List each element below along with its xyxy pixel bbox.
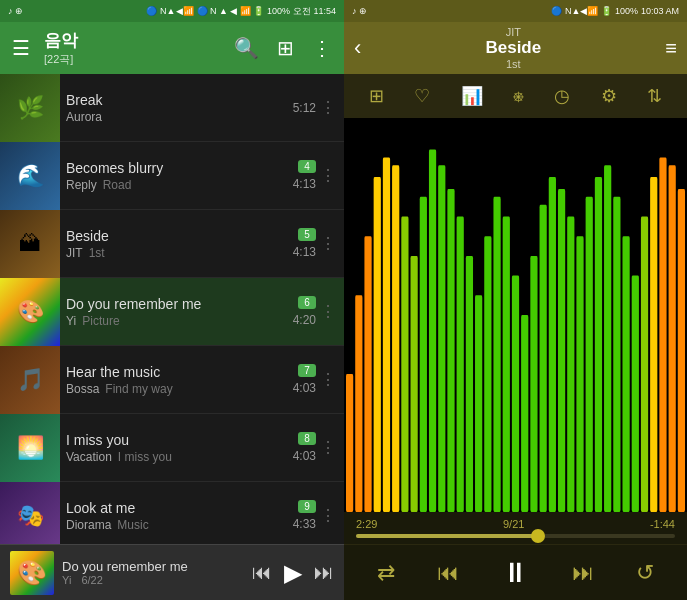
svg-rect-24 [567,217,574,513]
song-more-6[interactable]: ⋮ [316,434,340,461]
song-duration-1: 5:12 [293,101,316,115]
right-menu-button[interactable]: ≡ [657,33,677,64]
more-icon[interactable]: ⋮ [308,32,336,64]
mini-prev-button[interactable]: ⏮ [252,561,272,584]
song-meta-4: YiPicture [66,314,265,328]
song-item-3[interactable]: 🏔BesideJIT1st54:13⋮ [0,210,344,278]
grid-icon[interactable]: ⊞ [273,32,298,64]
song-list[interactable]: 🌿BreakAurora5:12⋮🌊Becomes blurryReplyRoa… [0,74,344,544]
svg-rect-16 [493,197,500,512]
bluetooth-icon: 🔵 [146,6,157,16]
song-name-5: Hear the music [66,364,265,380]
song-artist-5: Bossa [66,382,99,396]
menu-icon[interactable]: ☰ [8,32,34,64]
progress-area: 2:29 9/21 -1:44 [344,512,687,544]
song-badge-6: 8 [298,432,316,445]
song-badge-5: 7 [298,364,316,377]
prev-button[interactable]: ⏮ [437,560,459,586]
progress-times: 2:29 9/21 -1:44 [356,518,675,530]
status-bar-right: ♪ ⊕ 🔵 N▲◀📶 🔋 100% 10:03 AM [344,0,687,22]
remaining-time: -1:44 [650,518,675,530]
right-status-right: 🔵 N▲◀📶 🔋 100% 10:03 AM [551,6,679,16]
clock-icon[interactable]: ◷ [548,79,576,113]
song-name-7: Look at me [66,500,265,516]
svg-rect-19 [521,315,528,512]
top-bar-left: ☰ 음악 [22곡] 🔍 ⊞ ⋮ [0,22,344,74]
progress-fill [356,534,538,538]
song-more-5[interactable]: ⋮ [316,366,340,393]
shuffle-button[interactable]: ⇄ [377,560,395,586]
progress-thumb[interactable] [531,529,545,543]
cast-icon[interactable]: ⎈ [507,80,530,113]
song-item-6[interactable]: 🌅I miss youVacationI miss you84:03⋮ [0,414,344,482]
heart-icon[interactable]: ♡ [408,79,436,113]
song-name-1: Break [66,92,265,108]
mini-player-title: Do you remember me [62,559,244,574]
svg-rect-14 [475,295,482,512]
song-right-4: 64:20 [271,296,316,327]
right-time: 10:03 AM [641,6,679,16]
mini-play-button[interactable]: ▶ [284,559,302,587]
equalizer-chart-icon[interactable]: 📊 [455,79,489,113]
mini-next-button[interactable]: ⏭ [314,561,334,584]
svg-rect-21 [540,205,547,512]
song-more-7[interactable]: ⋮ [316,502,340,529]
repeat-button[interactable]: ↺ [636,560,654,586]
song-artist-2: Reply [66,178,97,192]
np-album: 1st [369,58,657,70]
song-more-1[interactable]: ⋮ [316,94,340,121]
song-duration-2: 4:13 [293,177,316,191]
song-item-2[interactable]: 🌊Becomes blurryReplyRoad44:13⋮ [0,142,344,210]
next-button[interactable]: ⏭ [572,560,594,586]
song-meta-6: VacationI miss you [66,450,265,464]
progress-bar[interactable] [356,534,675,538]
song-album-3: 1st [89,246,105,260]
song-more-4[interactable]: ⋮ [316,298,340,325]
song-right-7: 94:33 [271,500,316,531]
song-album-2: Road [103,178,132,192]
song-thumb-7: 🎭 [0,482,60,545]
right-battery: 🔋 100% [601,6,638,16]
svg-rect-5 [392,165,399,512]
song-more-3[interactable]: ⋮ [316,230,340,257]
song-name-3: Beside [66,228,265,244]
visualizer-svg [344,118,687,512]
svg-rect-7 [411,256,418,512]
svg-rect-30 [622,236,629,512]
song-item-4[interactable]: 🎨Do you remember meYiPicture64:20⋮ [0,278,344,346]
back-button[interactable]: ‹ [354,31,369,65]
add-to-list-icon[interactable]: ⊞ [363,79,390,113]
mini-thumb-icon: 🎨 [17,559,47,587]
svg-rect-3 [374,177,381,512]
settings-icon[interactable]: ⚙ [595,79,623,113]
svg-rect-31 [632,276,639,512]
svg-rect-2 [364,236,371,512]
search-icon[interactable]: 🔍 [230,32,263,64]
current-time: 2:29 [356,518,377,530]
svg-rect-35 [669,165,676,512]
action-icons-row: ⊞ ♡ 📊 ⎈ ◷ ⚙ ⇅ [344,74,687,118]
right-bluetooth-icon: 🔵 [551,6,562,16]
song-more-2[interactable]: ⋮ [316,162,340,189]
song-item-7[interactable]: 🎭Look at meDioramaMusic94:33⋮ [0,482,344,544]
song-meta-1: Aurora [66,110,265,124]
svg-rect-27 [595,177,602,512]
mini-player: 🎨 Do you remember me Yi 6/22 ⏮ ▶ ⏭ [0,544,344,600]
swap-icon[interactable]: ⇅ [641,79,668,113]
song-info-6: I miss youVacationI miss you [60,428,271,468]
status-bar-left: ♪ ⊕ 🔵 N▲◀📶 🔵 N ▲ ◀ 📶 🔋 100% 오전 11:54 [0,0,344,22]
song-item-1[interactable]: 🌿BreakAurora5:12⋮ [0,74,344,142]
song-duration-7: 4:33 [293,517,316,531]
svg-rect-36 [678,189,685,512]
mini-player-track: 6/22 [81,574,102,586]
now-playing-info: JIT Beside 1st [369,26,657,70]
song-meta-7: DioramaMusic [66,518,265,532]
song-artist-1: Aurora [66,110,102,124]
song-artist-4: Yi [66,314,76,328]
pause-button[interactable]: ⏸ [501,556,529,589]
song-album-4: Picture [82,314,119,328]
song-item-5[interactable]: 🎵Hear the musicBossaFind my way74:03⋮ [0,346,344,414]
np-song-title: Beside [369,38,657,58]
svg-rect-22 [549,177,556,512]
svg-rect-8 [420,197,427,512]
